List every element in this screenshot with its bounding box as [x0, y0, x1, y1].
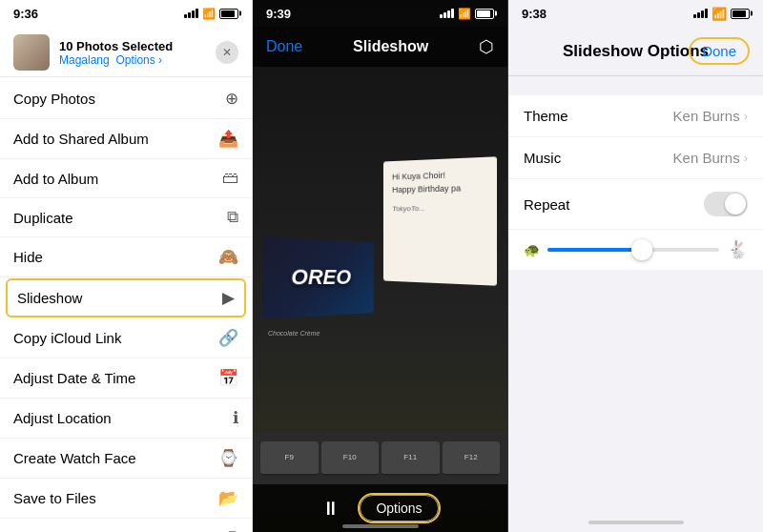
panel-slideshow-options: 9:38 📶 Slideshow Options Done Theme Ken … [508, 0, 763, 532]
status-time-2: 9:39 [266, 7, 291, 21]
menu-item-duplicate[interactable]: Duplicate ⧉ [0, 198, 252, 237]
menu-item-shared-album[interactable]: Add to Shared Album 📤 [0, 119, 252, 159]
pause-button[interactable]: ⏸ [321, 498, 340, 520]
slider-thumb[interactable] [631, 239, 652, 260]
key-f9: F9 [260, 441, 319, 476]
battery-icon-3 [731, 9, 750, 19]
wifi-icon-3: 📶 [711, 7, 727, 21]
toggle-thumb [725, 194, 746, 215]
status-icons-1: 📶 [184, 8, 238, 20]
airplay-icon[interactable]: ⬡ [479, 36, 494, 57]
slideshow-done-button[interactable]: Done [266, 38, 302, 55]
repeat-toggle[interactable] [704, 192, 748, 216]
menu-item-label: Hide [13, 249, 218, 265]
theme-value: Ken Burns [673, 108, 740, 124]
panel-share-sheet: 9:36 📶 10 Photos Selected Magalang Optio… [0, 0, 253, 532]
slideshow-options-done-button[interactable]: Done [689, 37, 750, 65]
slideshow-title: Slideshow [353, 38, 428, 55]
menu-item-copy-photos[interactable]: Copy Photos ⊕ [0, 79, 252, 119]
menu-item-adjust-location[interactable]: Adjust Location ℹ [0, 399, 252, 439]
close-button[interactable]: ✕ [216, 41, 238, 64]
status-icons-3: 📶 [693, 7, 750, 21]
repeat-label: Repeat [524, 196, 704, 213]
menu-item-watch-face[interactable]: Create Watch Face ⌚ [0, 439, 252, 479]
sheet-info: 10 Photos Selected Magalang Options › [59, 39, 206, 67]
sheet-header: 10 Photos Selected Magalang Options › ✕ [0, 27, 252, 77]
oreo-text: OREO [292, 265, 352, 291]
shared-album-icon: 📤 [218, 129, 238, 149]
battery-icon [219, 9, 238, 19]
home-indicator-3 [508, 513, 763, 532]
wifi-icon-2: 📶 [458, 8, 471, 20]
speed-slider-row: 🐢 🐇 [508, 230, 763, 271]
menu-item-label: Copy Photos [13, 91, 225, 107]
menu-item-label: Save to Files [13, 490, 218, 506]
menu-item-save-files[interactable]: Save to Files 📂 [0, 479, 252, 519]
album-icon: 🗃 [222, 169, 238, 188]
status-bar-2: 9:39 📶 [253, 0, 507, 27]
slideshow-options-body: Theme Ken Burns › Music Ken Burns › Repe… [508, 76, 763, 513]
chevron-right-icon-2: › [744, 151, 748, 165]
status-bar-1: 9:36 📶 [0, 0, 252, 27]
status-icons-2: 📶 [440, 8, 494, 20]
menu-item-label: Add to Album [13, 171, 222, 187]
photos-selected-title: 10 Photos Selected [59, 39, 206, 53]
slideshow-options-title: Slideshow Options [563, 42, 709, 61]
slideshow-photo: OREO Chocolate Crème Hi Kuya Choir! Happ… [253, 0, 507, 532]
location-icon: ℹ [233, 408, 238, 428]
theme-label: Theme [524, 108, 673, 124]
files-icon: 📂 [218, 488, 238, 508]
chevron-right-icon: › [744, 109, 748, 123]
menu-item-print[interactable]: Print 🖨 [0, 519, 252, 532]
theme-option-row[interactable]: Theme Ken Burns › [508, 95, 763, 137]
menu-item-label: Adjust Location [13, 410, 233, 426]
slideshow-header: Done Slideshow ⬡ [253, 27, 507, 67]
repeat-option-row: Repeat [508, 179, 763, 230]
selected-photos-thumb [13, 34, 50, 71]
home-indicator-2 [342, 524, 419, 528]
music-value: Ken Burns [673, 150, 740, 166]
status-bar-3: 9:38 📶 [508, 0, 763, 27]
note-card: Hi Kuya Choir! Happy Birthday pa TokyoTo… [383, 157, 497, 287]
photos-location: Magalang Options › [59, 53, 206, 67]
menu-item-add-album[interactable]: Add to Album 🗃 [0, 159, 252, 198]
options-link[interactable]: Options › [115, 53, 162, 67]
slider-fill [547, 248, 642, 252]
menu-item-slideshow[interactable]: Slideshow ▶ [6, 278, 246, 317]
key-f12: F12 [443, 441, 501, 476]
signal-icon-3 [693, 9, 708, 18]
key-f11: F11 [382, 441, 440, 476]
status-time-1: 9:36 [13, 7, 38, 21]
menu-item-label: Add to Shared Album [13, 131, 218, 147]
panel-slideshow: OREO Chocolate Crème Hi Kuya Choir! Happ… [253, 0, 508, 532]
icloud-icon: 🔗 [218, 328, 238, 348]
calendar-icon: 📅 [218, 368, 238, 388]
signal-icon-2 [440, 9, 454, 18]
slideshow-options-header: Slideshow Options Done [508, 27, 763, 76]
options-button[interactable]: Options [360, 495, 438, 522]
signal-icon [184, 9, 198, 18]
menu-item-icloud-link[interactable]: Copy iCloud Link 🔗 [0, 318, 252, 358]
status-time-3: 9:38 [522, 7, 546, 21]
music-option-row[interactable]: Music Ken Burns › [508, 137, 763, 179]
wifi-icon: 📶 [202, 8, 216, 20]
battery-icon-2 [475, 9, 494, 19]
speed-slider-track[interactable] [547, 248, 719, 252]
music-label: Music [524, 150, 673, 166]
watch-icon: ⌚ [218, 448, 238, 468]
oreo-box: OREO [263, 236, 375, 319]
menu-item-label: Copy iCloud Link [13, 330, 218, 346]
hide-icon: 🙈 [218, 247, 238, 267]
note-line2: Happy Birthday pa [392, 181, 486, 197]
menu-item-label: Adjust Date & Time [13, 370, 218, 386]
menu-item-label: Duplicate [13, 210, 227, 226]
key-f10: F10 [321, 441, 380, 476]
duplicate-icon: ⧉ [227, 208, 238, 227]
menu-item-label: Slideshow [17, 290, 222, 306]
menu-item-adjust-date[interactable]: Adjust Date & Time 📅 [0, 358, 252, 399]
menu-item-hide[interactable]: Hide 🙈 [0, 237, 252, 277]
slow-speed-icon: 🐢 [524, 242, 540, 257]
keyboard-visual: F9 F10 F11 F12 [253, 432, 507, 484]
play-icon: ▶ [222, 288, 235, 308]
copy-icon: ⊕ [225, 89, 238, 109]
